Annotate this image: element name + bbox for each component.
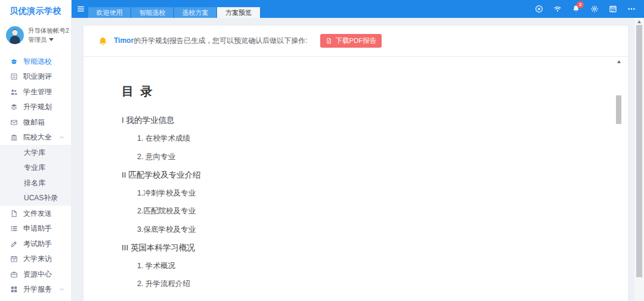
grid-icon	[10, 286, 18, 293]
sidebar-item-university-visits[interactable]: 大学来访	[0, 252, 71, 267]
toc-entry: 1.冲刺学校及专业	[122, 184, 574, 203]
layers-icon	[10, 103, 18, 111]
sidebar-item-application-assistant[interactable]: 申请助手	[0, 221, 71, 237]
page-scrollbar[interactable]	[634, 18, 644, 301]
sidebar-item-mailbox[interactable]: 微邮箱	[0, 114, 71, 130]
sidebar-item-label: 大学库	[24, 148, 45, 158]
toc-entry: 2.匹配院校及专业	[122, 203, 574, 221]
sidebar-item-resource-center[interactable]: 资源中心	[0, 266, 71, 282]
main-content: Timor的升学规划报告已生成，您可以预览确认后做以下操作: 下载PDF报告 目…	[72, 18, 644, 301]
sidebar-item-web-acceleration[interactable]: 网页加速	[0, 297, 71, 301]
calendar-check-icon	[10, 255, 18, 263]
avatar	[6, 26, 24, 44]
sidebar-item-label: UCAS补录	[24, 193, 58, 203]
pdf-file-icon	[326, 38, 332, 44]
sidebar-item-ranking-library[interactable]: 排名库	[0, 175, 71, 191]
gear-icon[interactable]	[590, 5, 599, 13]
topbar-icons: 2	[535, 0, 636, 18]
edit-icon	[10, 240, 18, 248]
sidebar-item-label: 微邮箱	[23, 117, 45, 128]
notification-message: Timor的升学规划报告已生成，您可以预览确认后做以下操作:	[114, 36, 307, 46]
sidebar-item-exam-assistant[interactable]: 考试助手	[0, 236, 71, 252]
mail-icon	[10, 119, 18, 126]
user-role: 管理员	[28, 35, 47, 44]
file-send-icon	[10, 210, 18, 218]
caret-down-icon	[49, 38, 54, 41]
table-of-contents: 目 录 I 我的学业信息 1. 在校学术成绩 2. 意向专业 II 匹配学校及专…	[83, 57, 628, 293]
download-pdf-button[interactable]: 下载PDF报告	[320, 34, 382, 48]
sidebar-item-label: 大学来访	[23, 254, 52, 264]
sidebar-item-label: 学生管理	[23, 87, 52, 97]
briefcase-icon	[10, 271, 18, 278]
document-scrollbar-thumb[interactable]	[616, 95, 621, 124]
document-preview: 目 录 I 我的学业信息 1. 在校学术成绩 2. 意向专业 II 匹配学校及专…	[83, 57, 628, 301]
bell-icon[interactable]: 2	[572, 5, 580, 13]
document-scrollbar[interactable]	[616, 58, 621, 301]
sidebar-menu: 智能选校 职业测评 学生管理 升学规划 微邮箱 院校大全	[0, 54, 71, 301]
calendar-icon[interactable]	[609, 5, 617, 13]
toc-entry: 3.保底学校及专业	[122, 221, 574, 239]
school-name: 贝优演示学校	[0, 0, 71, 25]
list-icon	[10, 225, 18, 232]
sidebar-item-label: 升学规划	[23, 102, 52, 112]
sidebar-item-smart-school-selection[interactable]: 智能选校	[0, 54, 71, 69]
chevron-down-icon	[59, 287, 64, 292]
toc-entry: 1. 在校学术成绩	[122, 130, 574, 148]
sidebar-item-study-planning[interactable]: 升学规划	[0, 100, 71, 115]
sidebar-item-label: 职业测评	[23, 72, 52, 82]
user-profile[interactable]: 升导体验帐号2 管理员	[0, 25, 71, 48]
toc-entry: 2. 升学流程介绍	[122, 275, 574, 294]
sidebar-item-admission-services[interactable]: 升学服务	[0, 282, 71, 297]
sidebar-item-label: 智能选校	[23, 57, 52, 67]
sidebar-item-label: 院校大全	[23, 132, 52, 142]
sidebar-item-ucas-clearing[interactable]: UCAS补录	[0, 191, 71, 206]
bank-icon	[10, 134, 18, 141]
tab-school-plan[interactable]: 选校方案	[174, 7, 217, 18]
notification-badge: 2	[577, 1, 584, 8]
sidebar-item-label: 考试助手	[23, 239, 52, 249]
toc-entry: 1. 学术概况	[122, 257, 574, 275]
page-scrollbar-thumb[interactable]	[636, 25, 642, 277]
user-info: 升导体验帐号2 管理员	[28, 26, 69, 44]
report-card: Timor的升学规划报告已生成，您可以预览确认后做以下操作: 下载PDF报告 目…	[83, 26, 628, 301]
sidebar: 贝优演示学校 升导体验帐号2 管理员	[0, 0, 72, 301]
toc-entry: 2. 意向专业	[122, 148, 574, 166]
sidebar-item-label: 排名库	[24, 178, 45, 188]
tab-bar: 欢迎使用 智能选校 选校方案 方案预览	[88, 7, 260, 18]
page-scroll-up-icon[interactable]	[634, 20, 644, 24]
student-name: Timor	[114, 36, 134, 45]
graduation-cap-icon	[10, 58, 18, 66]
tab-smart-school-selection[interactable]: 智能选校	[131, 7, 174, 18]
sidebar-item-major-library[interactable]: 专业库	[0, 160, 71, 176]
sidebar-item-label: 申请助手	[23, 224, 52, 234]
download-pdf-label: 下载PDF报告	[335, 36, 376, 45]
close-circle-icon[interactable]	[535, 5, 543, 13]
sidebar-item-university-library[interactable]: 大学库	[0, 145, 71, 160]
sidebar-item-label: 升学服务	[23, 284, 52, 294]
alert-bell-icon	[98, 36, 108, 46]
tab-welcome[interactable]: 欢迎使用	[88, 7, 131, 18]
ellipsis-icon[interactable]	[627, 5, 636, 13]
sidebar-item-label: 专业库	[24, 163, 45, 173]
toc-entry: III 英国本科学习概况	[122, 239, 574, 257]
topbar: 欢迎使用 智能选校 选校方案 方案预览 2	[72, 0, 644, 18]
wifi-icon[interactable]	[553, 5, 562, 13]
sidebar-item-career-assessment[interactable]: 职业测评	[0, 69, 71, 85]
clipboard-icon	[10, 73, 18, 80]
users-icon	[10, 88, 18, 96]
chevron-up-icon	[59, 135, 64, 140]
tab-plan-preview[interactable]: 方案预览	[217, 7, 260, 18]
sidebar-item-colleges[interactable]: 院校大全	[0, 130, 71, 145]
sidebar-item-label: 文件发送	[23, 209, 52, 219]
app-window: 贝优演示学校 升导体验帐号2 管理员	[0, 0, 644, 301]
scroll-up-icon[interactable]	[616, 60, 621, 64]
user-name: 升导体验帐号2	[28, 27, 69, 34]
notification-message-text: 的升学规划报告已生成，您可以预览确认后做以下操作:	[134, 36, 307, 45]
toc-title: 目 录	[122, 83, 574, 100]
sidebar-item-file-sending[interactable]: 文件发送	[0, 206, 71, 221]
sidebar-item-student-management[interactable]: 学生管理	[0, 84, 71, 100]
toc-entry: I 我的学业信息	[122, 111, 574, 130]
toc-entry: II 匹配学校及专业介绍	[122, 166, 574, 185]
notification-bar: Timor的升学规划报告已生成，您可以预览确认后做以下操作: 下载PDF报告	[83, 26, 628, 57]
hamburger-menu-icon[interactable]	[76, 5, 85, 13]
